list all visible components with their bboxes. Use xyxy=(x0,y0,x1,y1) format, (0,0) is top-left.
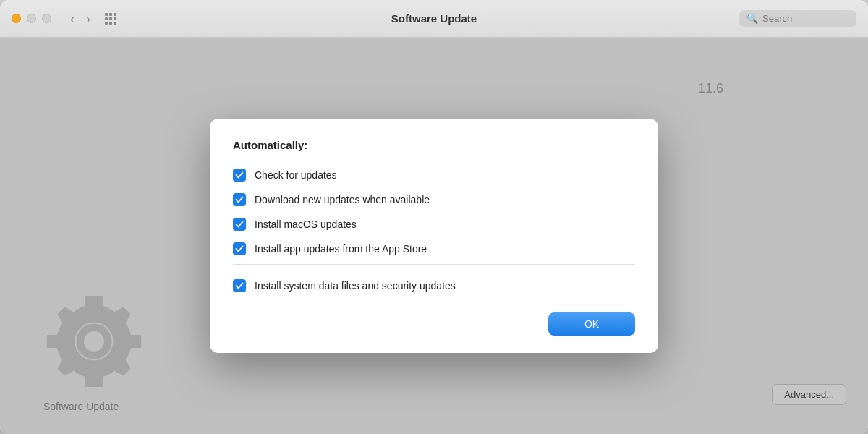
grid-dot xyxy=(105,13,108,16)
grid-dot xyxy=(105,17,108,20)
checkbox-label-install-app: Install app updates from the App Store xyxy=(255,243,427,255)
grid-icon[interactable] xyxy=(105,13,116,25)
grid-dot xyxy=(114,22,116,25)
modal-title: Automatically: xyxy=(233,139,635,151)
checkbox-label-install-security: Install system data files and security u… xyxy=(255,280,456,292)
grid-dot xyxy=(105,22,108,25)
checkbox-item-install-security[interactable]: Install system data files and security u… xyxy=(233,271,635,298)
modal-overlay: Automatically: Check for updates xyxy=(0,38,868,434)
checkbox-item-check-updates[interactable]: Check for updates xyxy=(233,163,635,187)
grid-dot xyxy=(109,22,112,25)
main-window: ‹ › Software Update 🔍 xyxy=(0,0,868,434)
checkbox-label-install-macos: Install macOS updates xyxy=(255,218,357,230)
checkbox-install-macos[interactable] xyxy=(233,218,246,231)
checkbox-item-download-updates[interactable]: Download new updates when available xyxy=(233,187,635,212)
grid-dots xyxy=(105,13,116,25)
ok-button[interactable]: OK xyxy=(548,312,635,336)
modal-dialog: Automatically: Check for updates xyxy=(210,119,658,353)
checkmark-icon xyxy=(235,171,244,179)
back-button[interactable]: ‹ xyxy=(66,11,79,27)
search-box[interactable]: 🔍 xyxy=(739,10,856,27)
checkbox-install-security[interactable] xyxy=(233,279,246,292)
checkmark-icon xyxy=(235,281,244,290)
checkbox-label-download-updates: Download new updates when available xyxy=(255,194,430,205)
grid-dot xyxy=(114,17,116,20)
window-title: Software Update xyxy=(391,12,477,25)
maximize-button[interactable] xyxy=(42,14,51,23)
checkbox-install-app[interactable] xyxy=(233,242,246,255)
main-content: Software Update 11.6 Advanced... Automat… xyxy=(0,38,868,434)
forward-button[interactable]: › xyxy=(82,11,95,27)
grid-dot xyxy=(109,17,112,20)
modal-footer: OK xyxy=(233,312,635,336)
checkbox-item-install-macos[interactable]: Install macOS updates xyxy=(233,212,635,237)
close-button[interactable] xyxy=(12,14,21,23)
nav-arrows: ‹ › xyxy=(66,11,95,27)
checkbox-check-updates[interactable] xyxy=(233,169,246,182)
search-icon: 🔍 xyxy=(746,13,758,24)
titlebar: ‹ › Software Update 🔍 xyxy=(0,0,868,38)
grid-dot xyxy=(114,13,116,16)
grid-dot xyxy=(109,13,112,16)
checkbox-list: Check for updates Download new updates w… xyxy=(233,163,635,298)
traffic-lights xyxy=(12,14,51,23)
checkbox-item-install-app[interactable]: Install app updates from the App Store xyxy=(233,237,635,265)
checkbox-label-check-updates: Check for updates xyxy=(255,169,337,181)
checkmark-icon xyxy=(235,220,244,229)
checkmark-icon xyxy=(235,195,244,204)
search-input[interactable] xyxy=(762,13,849,24)
minimize-button[interactable] xyxy=(27,14,36,23)
checkbox-download-updates[interactable] xyxy=(233,193,246,206)
checkmark-icon xyxy=(235,244,244,253)
